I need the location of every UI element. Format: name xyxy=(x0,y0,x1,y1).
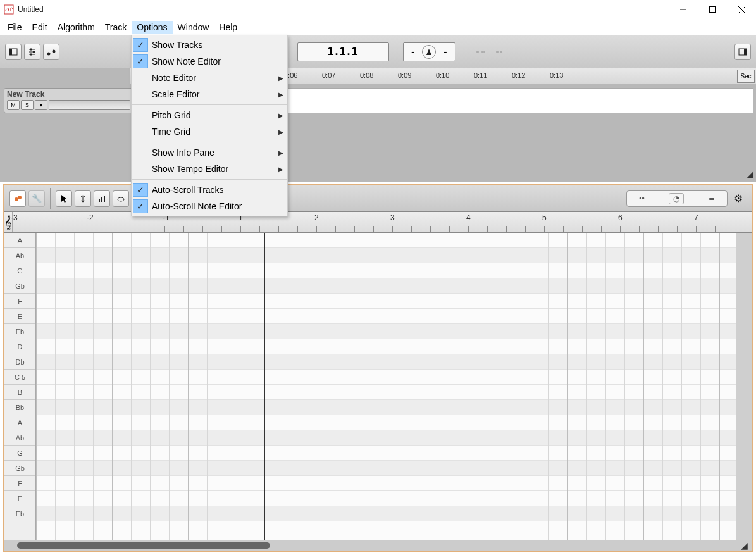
mute-button[interactable]: M xyxy=(7,100,20,110)
note-ruler[interactable]: 𝄞 -3-2-11234567 ♪ xyxy=(4,212,752,233)
menu-file[interactable]: File xyxy=(3,21,27,34)
svg-point-17 xyxy=(496,51,499,53)
menuitem-note-editor[interactable]: Note Editor▶ xyxy=(132,70,287,86)
menu-track[interactable]: Track xyxy=(100,21,132,34)
grid-row[interactable] xyxy=(36,324,736,339)
grid-row[interactable] xyxy=(36,294,736,309)
panel-toggle-right-icon[interactable] xyxy=(734,44,751,60)
metronome-icon[interactable] xyxy=(422,45,436,59)
main-toolbar: ■ ▶ 1.1.1 - - xyxy=(0,35,756,68)
grid-row[interactable] xyxy=(36,233,736,248)
record-button[interactable]: ● xyxy=(35,100,47,110)
settings-gear-icon[interactable]: ⚙ xyxy=(730,190,747,207)
velocity-tool-icon[interactable] xyxy=(94,190,110,207)
grid-row[interactable] xyxy=(36,415,736,430)
submenu-arrow-icon: ▶ xyxy=(275,149,287,156)
menuitem-show-tempo-editor[interactable]: Show Tempo Editor▶ xyxy=(132,161,287,177)
grid-row[interactable] xyxy=(36,461,736,476)
grid-row[interactable] xyxy=(36,354,736,370)
key-E[interactable]: E xyxy=(4,309,35,324)
menuitem-auto-scroll-tracks[interactable]: ✓Auto-Scroll Tracks xyxy=(132,182,287,198)
grid-row[interactable] xyxy=(36,476,736,491)
submenu-arrow-icon: ▶ xyxy=(275,128,287,135)
panel-toggle-left-icon[interactable] xyxy=(5,44,22,60)
note-grid[interactable] xyxy=(36,233,736,540)
link-tool-icon[interactable] xyxy=(9,190,26,207)
stretch-tool-icon[interactable] xyxy=(75,190,91,207)
menu-edit[interactable]: Edit xyxy=(27,21,53,34)
grid-row[interactable] xyxy=(36,309,736,324)
menu-help[interactable]: Help xyxy=(214,21,242,34)
key-Db[interactable]: Db xyxy=(4,354,35,370)
key-F[interactable]: F xyxy=(4,476,35,491)
key-A[interactable]: A xyxy=(4,415,35,430)
resize-handle-icon[interactable]: ◢ xyxy=(741,540,748,551)
view-selector[interactable]: •• ◔ ≣ xyxy=(626,190,728,207)
snap-tool-icon[interactable] xyxy=(472,44,488,60)
resize-handle-icon[interactable]: ◢ xyxy=(747,169,753,179)
maximize-button[interactable] xyxy=(698,0,727,19)
menu-window[interactable]: Window xyxy=(173,21,214,34)
sliders-icon[interactable] xyxy=(24,44,40,60)
ruler-tick: 0:08 xyxy=(357,68,395,84)
grid-row[interactable] xyxy=(36,385,736,400)
grid-row[interactable] xyxy=(36,430,736,446)
track-volume-slider[interactable] xyxy=(49,100,130,110)
minimize-button[interactable] xyxy=(669,0,698,19)
ruler-unit-button[interactable]: Sec xyxy=(737,70,755,83)
menu-algorithm[interactable]: Algorithm xyxy=(53,21,100,34)
grid-row[interactable] xyxy=(36,263,736,278)
key-A[interactable]: A xyxy=(4,233,35,248)
menuitem-label: Show Tracks xyxy=(149,40,287,50)
key-Gb[interactable]: Gb xyxy=(4,461,35,476)
snap-tool2-icon[interactable] xyxy=(491,44,507,60)
menuitem-show-tracks[interactable]: ✓Show Tracks xyxy=(132,37,287,53)
svg-rect-10 xyxy=(30,48,32,50)
menu-options[interactable]: Options xyxy=(132,21,172,34)
vertical-scrollbar[interactable] xyxy=(736,233,752,540)
menuitem-auto-scroll-note-editor[interactable]: ✓Auto-Scroll Note Editor xyxy=(132,198,287,215)
grid-row[interactable] xyxy=(36,506,736,521)
pointer-tool-icon[interactable] xyxy=(56,190,72,207)
key-G[interactable]: G xyxy=(4,446,35,461)
key-Bb[interactable]: Bb xyxy=(4,400,35,415)
notes-icon[interactable] xyxy=(43,44,59,60)
grid-row[interactable] xyxy=(36,491,736,506)
grid-row[interactable] xyxy=(36,400,736,415)
key-C5[interactable]: C 5 xyxy=(4,370,35,385)
menuitem-scale-editor[interactable]: Scale Editor▶ xyxy=(132,86,287,103)
key-Ab[interactable]: Ab xyxy=(4,430,35,446)
horizontal-scrollbar[interactable]: ◢ xyxy=(4,540,752,551)
close-button[interactable] xyxy=(727,0,756,19)
key-F[interactable]: F xyxy=(4,294,35,309)
menuitem-show-note-editor[interactable]: ✓Show Note Editor xyxy=(132,53,287,70)
piano-keys[interactable]: AAbGGbFEEbDDbC 5BBbAAbGGbFEEb xyxy=(4,233,36,540)
menuitem-time-grid[interactable]: Time Grid▶ xyxy=(132,123,287,140)
track-header[interactable]: New Track M S ● xyxy=(4,88,133,113)
key-D[interactable]: D xyxy=(4,339,35,354)
key-Eb[interactable]: Eb xyxy=(4,324,35,339)
tempo-box[interactable]: - - xyxy=(403,42,455,61)
menuitem-pitch-grid[interactable]: Pitch Grid▶ xyxy=(132,107,287,123)
menuitem-label: Note Editor xyxy=(149,73,275,83)
grid-row[interactable] xyxy=(36,446,736,461)
submenu-arrow-icon: ▶ xyxy=(275,91,287,98)
key-Eb[interactable]: Eb xyxy=(4,506,35,521)
key-B[interactable]: B xyxy=(4,385,35,400)
menuitem-show-info-pane[interactable]: Show Info Pane▶ xyxy=(132,144,287,161)
key-Gb[interactable]: Gb xyxy=(4,278,35,294)
wrench-icon[interactable]: 🔧 xyxy=(28,190,45,207)
solo-button[interactable]: S xyxy=(21,100,34,110)
note-tool-icon[interactable] xyxy=(113,190,129,207)
grid-row[interactable] xyxy=(36,278,736,294)
position-display[interactable]: 1.1.1 xyxy=(297,42,389,61)
track-name[interactable]: New Track xyxy=(7,90,130,99)
key-E[interactable]: E xyxy=(4,491,35,506)
key-Ab[interactable]: Ab xyxy=(4,248,35,263)
scroll-thumb[interactable] xyxy=(17,542,270,549)
key-G[interactable]: G xyxy=(4,263,35,278)
menuitem-label: Pitch Grid xyxy=(149,110,275,120)
grid-row[interactable] xyxy=(36,370,736,385)
grid-row[interactable] xyxy=(36,339,736,354)
grid-row[interactable] xyxy=(36,248,736,263)
